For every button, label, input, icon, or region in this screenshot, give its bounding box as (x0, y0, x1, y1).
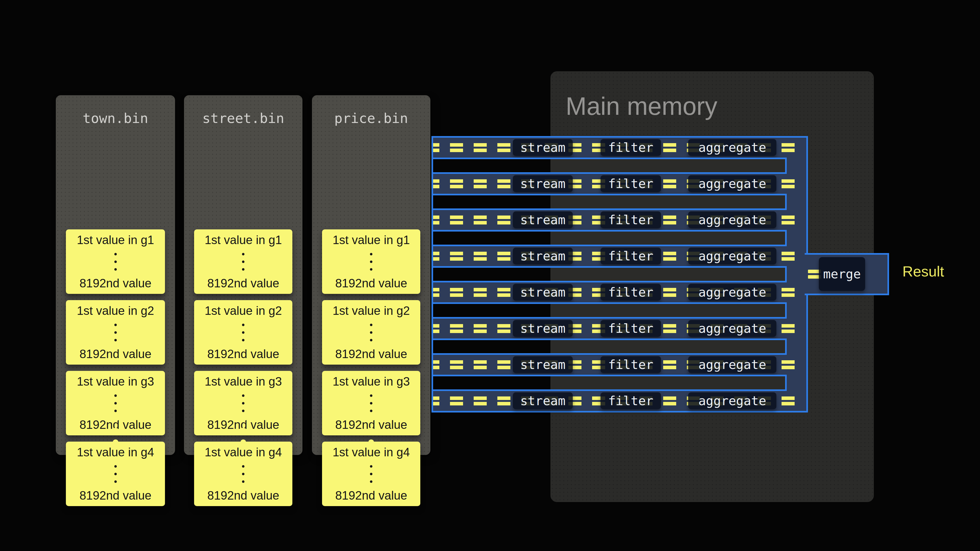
main-memory-title: Main memory (566, 92, 717, 121)
block-first-label: 1st value in g4 (66, 445, 165, 459)
filter-operator: filter (601, 320, 661, 337)
vertical-ellipsis-icon (66, 394, 165, 412)
block-first-label: 1st value in g2 (322, 304, 420, 318)
block-first-label: 1st value in g2 (66, 304, 165, 318)
block-first-label: 1st value in g1 (194, 233, 293, 247)
pipeline-row: stream filter aggregate (433, 174, 806, 194)
file-panel-price: price.bin 1st value in g1 8192nd value 1… (312, 95, 430, 455)
value-block-g1: 1st value in g1 8192nd value (194, 229, 293, 294)
block-first-label: 1st value in g2 (194, 304, 293, 318)
vertical-ellipsis-icon (66, 465, 165, 483)
file-panel-street: street.bin 1st value in g1 8192nd value … (184, 95, 302, 455)
vertical-ellipsis-icon (194, 324, 293, 341)
value-block-g4: 1st value in g4 8192nd value (322, 441, 420, 506)
pipeline-row: stream filter aggregate (433, 210, 806, 230)
stream-operator: stream (513, 175, 573, 192)
more-groups-ellipsis-icon (56, 416, 175, 445)
stream-operator: stream (513, 211, 573, 228)
merge-strip: merge (805, 253, 889, 295)
block-last-label: 8192nd value (66, 276, 165, 290)
vertical-ellipsis-icon (322, 394, 420, 412)
pipeline-row: stream filter aggregate (433, 355, 806, 375)
pipeline-region: stream filter aggregate stream filter ag… (431, 136, 808, 413)
block-last-label: 8192nd value (322, 276, 420, 290)
pipeline-connector (431, 157, 787, 174)
vertical-ellipsis-icon (194, 465, 293, 483)
block-first-label: 1st value in g1 (322, 233, 420, 247)
filter-operator: filter (601, 284, 661, 301)
block-last-label: 8192nd value (66, 489, 165, 502)
block-last-label: 8192nd value (194, 347, 293, 361)
value-block-g2: 1st value in g2 8192nd value (322, 300, 420, 365)
pipeline-connector (431, 230, 787, 246)
aggregate-operator: aggregate (688, 320, 776, 337)
pipeline-connector (431, 266, 787, 283)
pipeline-row: stream filter aggregate (433, 246, 806, 266)
aggregate-operator: aggregate (688, 248, 776, 265)
aggregate-operator: aggregate (688, 356, 776, 373)
vertical-ellipsis-icon (322, 253, 420, 270)
block-last-label: 8192nd value (66, 347, 165, 361)
value-block-g1: 1st value in g1 8192nd value (66, 229, 165, 294)
block-first-label: 1st value in g4 (322, 445, 420, 459)
value-block-g2: 1st value in g2 8192nd value (194, 300, 293, 365)
stream-operator: stream (513, 356, 573, 373)
block-first-label: 1st value in g3 (66, 375, 165, 388)
pipeline-connector (431, 194, 787, 210)
block-first-label: 1st value in g4 (194, 445, 293, 459)
more-groups-ellipsis-icon (184, 416, 302, 445)
value-block-g4: 1st value in g4 8192nd value (194, 441, 293, 506)
pipeline-row: stream filter aggregate (433, 391, 806, 411)
vertical-ellipsis-icon (194, 394, 293, 412)
vertical-ellipsis-icon (66, 324, 165, 341)
diagram-canvas: town.bin 1st value in g1 8192nd value 1s… (0, 0, 980, 551)
filter-operator: filter (601, 211, 661, 228)
file-name-label: town.bin (56, 111, 175, 126)
filter-operator: filter (601, 392, 661, 409)
pipeline-connector (431, 375, 787, 391)
merge-operator: merge (819, 257, 865, 291)
vertical-ellipsis-icon (322, 324, 420, 341)
stream-operator: stream (513, 392, 573, 409)
stream-operator: stream (513, 320, 573, 337)
pipeline-row: stream filter aggregate (433, 283, 806, 302)
pipeline-row: stream filter aggregate (433, 138, 806, 157)
filter-operator: filter (601, 175, 661, 192)
stream-operator: stream (513, 248, 573, 265)
filter-operator: filter (601, 248, 661, 265)
aggregate-operator: aggregate (688, 284, 776, 301)
aggregate-operator: aggregate (688, 211, 776, 228)
block-last-label: 8192nd value (322, 347, 420, 361)
filter-operator: filter (601, 356, 661, 373)
stream-operator: stream (513, 139, 573, 156)
aggregate-operator: aggregate (688, 139, 776, 156)
value-block-g1: 1st value in g1 8192nd value (322, 229, 420, 294)
stream-operator: stream (513, 284, 573, 301)
pipeline-connector (431, 302, 787, 319)
value-block-g2: 1st value in g2 8192nd value (66, 300, 165, 365)
result-label: Result (902, 263, 944, 280)
block-first-label: 1st value in g3 (322, 375, 420, 388)
pipeline-row: stream filter aggregate (433, 319, 806, 338)
file-name-label: price.bin (312, 111, 430, 126)
block-first-label: 1st value in g3 (194, 375, 293, 388)
more-groups-ellipsis-icon (312, 416, 430, 445)
block-last-label: 8192nd value (322, 489, 420, 502)
filter-operator: filter (601, 139, 661, 156)
aggregate-operator: aggregate (688, 175, 776, 192)
vertical-ellipsis-icon (322, 465, 420, 483)
vertical-ellipsis-icon (194, 253, 293, 270)
block-first-label: 1st value in g1 (66, 233, 165, 247)
block-last-label: 8192nd value (194, 276, 293, 290)
vertical-ellipsis-icon (66, 253, 165, 270)
block-last-label: 8192nd value (194, 489, 293, 502)
file-panel-town: town.bin 1st value in g1 8192nd value 1s… (56, 95, 175, 455)
value-block-g4: 1st value in g4 8192nd value (66, 441, 165, 506)
file-name-label: street.bin (184, 111, 302, 126)
pipeline-connector (431, 338, 787, 355)
aggregate-operator: aggregate (688, 392, 776, 409)
